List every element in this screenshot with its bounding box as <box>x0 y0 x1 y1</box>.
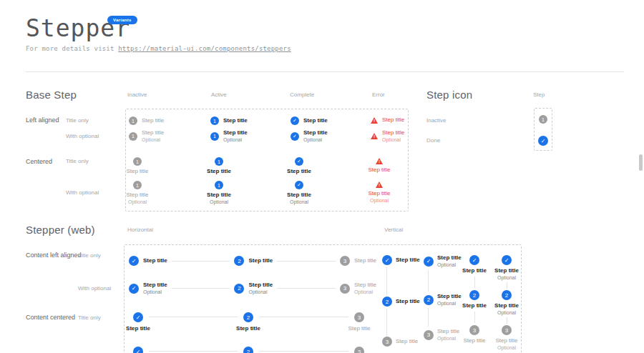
step-optional-label: Optional <box>223 136 248 143</box>
step-connector <box>149 317 238 317</box>
step-number-icon: 2 <box>234 284 244 294</box>
column-header-active: Active <box>211 91 227 98</box>
step-title-label: Step title <box>338 325 381 332</box>
warning-icon: ! <box>371 133 378 139</box>
doc-link[interactable]: https://material-ui.com/components/stepp… <box>118 45 291 52</box>
step-icon-row-done: Done <box>426 137 440 144</box>
check-icon: ✓ <box>129 256 139 266</box>
column-header-step: Step <box>533 91 545 98</box>
column-header-complete: Complete <box>290 91 314 98</box>
step-connector <box>428 308 429 327</box>
step-number-icon: 1 <box>129 116 137 125</box>
vertical-step: 3Step title <box>382 337 418 347</box>
header-divider <box>26 71 624 72</box>
step-connector <box>277 288 336 289</box>
step-number-icon: 1 <box>210 116 219 125</box>
step-title-label: Step title <box>396 338 418 345</box>
row-variant-with-optional: With optional <box>78 285 111 292</box>
check-icon: ✓ <box>538 136 548 146</box>
step-optional-label: Optional <box>497 274 516 281</box>
step-title-label: Step title <box>223 117 248 124</box>
step-number-icon: 1 <box>539 115 547 124</box>
column-header-inactive: Inactive <box>127 91 147 98</box>
step-title-label: Step title <box>495 337 517 344</box>
step-title-label: Step title <box>382 129 404 136</box>
stepper-doc-page: Stepper Variants For more details visit … <box>0 0 644 353</box>
step-number-icon: 3 <box>340 284 350 294</box>
step-number-icon: 3 <box>502 325 512 335</box>
step-connector <box>259 351 348 352</box>
step-preview-complete: ✓Step title <box>291 116 328 125</box>
section-heading-step-icon: Step icon <box>426 89 472 101</box>
step-number-icon: 2 <box>382 297 392 307</box>
subtitle: For more details visit https://material-… <box>26 45 291 52</box>
step-preview-inactive-centered: 1Step title <box>116 157 159 175</box>
step-optional-label: Optional <box>382 136 404 143</box>
section-heading-base-step: Base Step <box>26 89 77 101</box>
step-preview-error-centered: !Step title <box>358 158 401 174</box>
step-number-icon: 2 <box>469 290 479 300</box>
warning-icon: ! <box>371 117 378 124</box>
row-group-content-left: Content left aligned <box>26 252 82 259</box>
step-connector <box>172 288 230 289</box>
row-variant-title-only: Title only <box>78 252 101 259</box>
step-optional-label: Optional <box>143 289 167 295</box>
step-title-label: Step title <box>303 117 328 124</box>
step-title-label: Step title <box>354 282 376 289</box>
step-optional-label: Optional <box>290 199 308 205</box>
check-icon: ✓ <box>129 284 139 294</box>
step-title-label: Step title <box>368 190 390 197</box>
check-icon: ✓ <box>469 255 479 265</box>
check-icon: ✓ <box>295 181 303 189</box>
check-icon: ✓ <box>502 255 512 265</box>
row-group-left-aligned: Left aligned <box>26 116 59 124</box>
step-connector <box>386 309 387 336</box>
step-number-icon: 3 <box>340 256 350 266</box>
step-title-label: Step title <box>143 282 167 289</box>
step-connector <box>277 261 336 262</box>
step-title-label: Step title <box>207 168 231 175</box>
step-title-label: Step title <box>287 192 311 199</box>
step-optional-label: Optional <box>497 344 516 351</box>
step-number-icon: 3 <box>469 325 479 335</box>
step-optional-label: Optional <box>354 289 376 295</box>
row-group-content-centered: Content centered <box>26 314 75 321</box>
row-group-centered: Centered <box>26 158 52 165</box>
step-optional-label: Optional <box>210 199 228 205</box>
step-connector <box>149 351 238 352</box>
step-preview-complete-centered-optional: ✓Step titleOptional <box>278 181 321 205</box>
step-number-icon: 3 <box>382 337 392 347</box>
scrollbar-thumb[interactable] <box>639 154 643 171</box>
step-number-icon: 2 <box>502 290 512 300</box>
column-header-horizontal: Horizontal <box>127 227 153 233</box>
step-number-icon: 1 <box>129 132 137 141</box>
step-number-icon: 2 <box>234 256 244 266</box>
step-title-label: Step title <box>248 282 273 289</box>
vertical-stepper-centered-optional: ✓Step titleOptional 2Step titleOptional … <box>485 255 528 351</box>
step-number-icon: 3 <box>424 330 434 340</box>
row-variant-title-only: Title only <box>66 117 89 124</box>
step-title-label: Step title <box>248 257 273 264</box>
check-icon: ✓ <box>133 312 143 322</box>
horizontal-stepper-with-optional: ✓Step titleOptional 2Step titleOptional … <box>129 282 376 295</box>
step-title-label: Step title <box>126 168 148 175</box>
horizontal-stepper-title-only: ✓Step title 2Step title 3Step title <box>129 256 376 266</box>
step-optional-label: Optional <box>128 199 147 205</box>
step-number-icon: 1 <box>133 181 142 189</box>
step-title-label: Step title <box>287 168 311 175</box>
step-title-label: Step title <box>382 116 404 124</box>
row-variant-with-optional: With optional <box>66 133 99 139</box>
section-heading-stepper-web: Stepper (web) <box>26 224 95 236</box>
step-title-label: Step title <box>142 117 164 124</box>
row-variant-title-only: Title only <box>66 158 89 164</box>
step-title-label: Step title <box>207 192 231 199</box>
step-optional-label: Optional <box>370 197 389 204</box>
step-title-label: Step title <box>494 302 519 309</box>
step-optional-label: Optional <box>303 136 328 143</box>
check-icon: ✓ <box>424 257 434 267</box>
vertical-step: ✓Step title <box>382 255 420 265</box>
step-connector <box>507 317 507 324</box>
step-title-label: Step title <box>462 267 487 274</box>
step-title-label: Step title <box>227 325 270 332</box>
step-preview-error-centered-optional: !Step titleOptional <box>358 182 401 204</box>
